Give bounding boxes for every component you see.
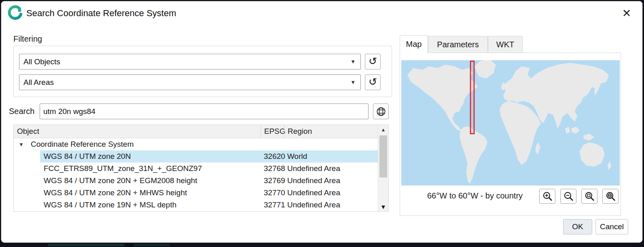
cancel-button[interactable]: Cancel [595,219,628,234]
cell-region: Undefined Area [284,164,378,173]
area-value: 66°W to 60°W - by country [427,191,523,201]
cell-epsg: 32769 [261,176,284,185]
cell-region: Undefined Area [284,201,378,209]
zoom-to-world-icon [605,191,616,202]
results-table: Object EPSG Region ▼ Coordinate Referenc… [13,125,389,212]
chevron-down-icon: ▼ [350,79,356,85]
reset-object-filter-button[interactable]: ↺ [365,54,381,70]
chevron-down-icon: ▼ [350,59,356,65]
zoom-out-button[interactable] [560,189,576,204]
tab-parameters[interactable]: Parameters [428,36,488,53]
background-smudge [48,244,125,246]
globe-filter-button[interactable] [373,103,389,119]
scroll-down-icon[interactable]: ▼ [378,202,388,211]
table-row[interactable]: FCC_ETRS89_UTM_zone_31N_+_GEONZ97 32768 … [14,163,378,175]
area-filter-dropdown[interactable]: All Areas ▼ [19,74,361,90]
cell-object: WGS 84 / UTM zone 20N + MHWS height [40,188,261,197]
object-filter-value: All Objects [23,57,60,66]
tab-map[interactable]: Map [400,35,428,53]
area-filter-value: All Areas [23,78,54,87]
close-icon[interactable]: ✕ [616,4,637,23]
cell-object: FCC_ETRS89_UTM_zone_31N_+_GEONZ97 [40,164,261,173]
map-extent-rect [470,61,474,134]
ok-button[interactable]: OK [563,219,592,234]
cell-object: WGS 84 / UTM zone 20N [40,152,261,161]
cell-epsg: 32768 [261,164,284,173]
object-filter-dropdown[interactable]: All Objects ▼ [19,54,361,70]
background-smudge [133,244,170,246]
table-scrollbar[interactable]: ▲ ▼ [378,125,388,211]
table-row[interactable]: WGS 84 / UTM zone 20N + EGM2008 height 3… [14,175,378,187]
table-row[interactable]: WGS 84 / UTM zone 20N 32620 World [14,150,378,163]
table-row[interactable]: WGS 84 / UTM zone 19N + MSL depth 32771 … [14,199,378,211]
cell-epsg: 32770 [261,188,284,197]
search-input[interactable] [40,103,369,119]
table-header: Object EPSG Region [14,125,378,138]
globe-icon [376,106,386,117]
zoom-in-button[interactable] [539,189,555,204]
column-header-epsg[interactable]: EPSG [261,125,284,138]
cell-region: World [284,152,378,161]
tree-expander-icon[interactable]: ▼ [19,141,25,148]
reset-icon: ↺ [369,56,377,66]
scroll-up-icon[interactable]: ▲ [378,125,388,135]
reset-area-filter-button[interactable]: ↺ [365,74,381,90]
world-map[interactable] [401,60,620,186]
zoom-out-icon [563,191,574,202]
tree-group-label: Coordinate Reference System [31,140,134,149]
zoom-to-extent-icon [584,191,595,202]
scrollbar-thumb[interactable] [379,135,387,177]
tree-group-row[interactable]: ▼ Coordinate Reference System [14,138,378,150]
zoom-to-extent-button[interactable] [581,189,597,204]
crs-search-icon [7,5,24,22]
table-row[interactable]: WGS 84 / UTM zone 20N + MHWS height 3277… [14,187,378,199]
cell-epsg: 32771 [261,201,284,209]
filtering-section-label: Filtering [13,34,42,44]
search-crs-dialog: Search Coordinate Reference System ✕ Fil… [1,1,643,243]
zoom-to-world-button[interactable] [602,189,619,204]
reset-icon: ↺ [369,77,377,87]
column-header-region[interactable]: Region [284,125,378,138]
title-bar: Search Coordinate Reference System ✕ [1,1,642,25]
cell-object: WGS 84 / UTM zone 19N + MSL depth [40,201,261,209]
zoom-in-icon [542,191,553,202]
cell-region: Undefined Area [284,176,378,185]
column-header-object[interactable]: Object [14,125,261,138]
window-title: Search Coordinate Reference System [26,1,176,25]
search-label: Search [9,103,34,119]
tab-wkt[interactable]: WKT [488,36,523,53]
table-body: ▼ Coordinate Reference System WGS 84 / U… [14,138,378,211]
cell-epsg: 32620 [261,152,284,161]
cell-region: Undefined Area [284,188,378,197]
cell-object: WGS 84 / UTM zone 20N + EGM2008 height [40,176,261,185]
